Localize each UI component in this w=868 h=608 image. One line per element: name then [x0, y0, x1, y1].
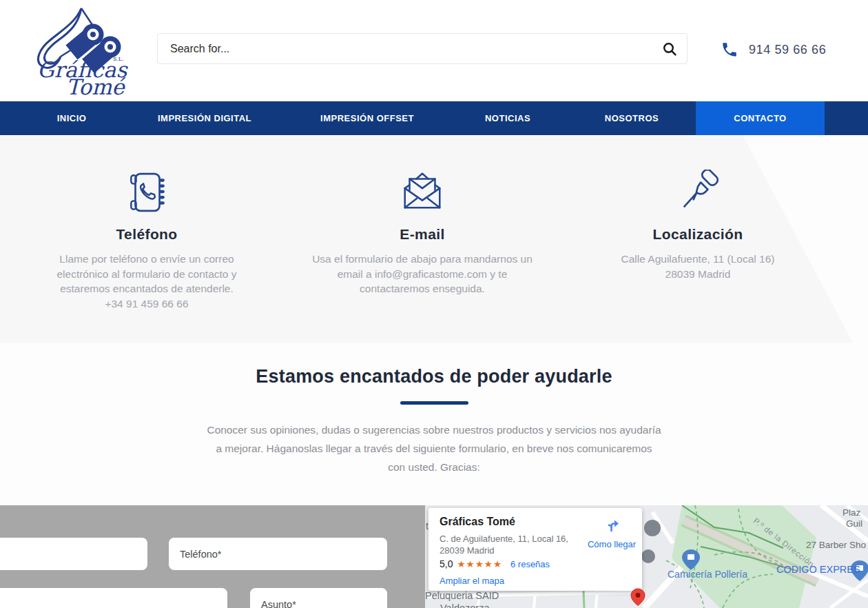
google-map[interactable]: ta Peluqueria SAID Valdezerza Carnicería…	[425, 505, 868, 608]
nav-item-noticias[interactable]: NOTICIAS	[459, 101, 556, 135]
form-map-section: ta Peluqueria SAID Valdezerza Carnicería…	[0, 505, 868, 608]
heading-divider	[400, 401, 468, 405]
nav-item-impresion-digital[interactable]: IMPRESIÓN DIGITAL	[143, 101, 267, 135]
header-phone[interactable]: 914 59 66 66	[721, 39, 826, 61]
rating-value: 5,0	[440, 558, 453, 569]
feature-email: E-mail Usa el formulario de abajo para m…	[285, 135, 560, 296]
contact-book-icon	[9, 170, 285, 215]
feature-telefono: Teléfono Llame por teléfono o envíe un c…	[9, 135, 285, 311]
logo-word-2: Tomé	[66, 74, 126, 97]
header: S.L. Gráficas Tomé 914 59 66 66	[0, 0, 868, 101]
nav-item-nosotros[interactable]: NOSOTROS	[583, 101, 680, 135]
feature-text-extra: 28039 Madrid	[665, 268, 731, 280]
search-button[interactable]	[652, 34, 687, 63]
search-bar	[157, 33, 688, 64]
map-marker-icon[interactable]	[630, 588, 645, 606]
nav-item-inicio[interactable]: INICIO	[23, 101, 120, 135]
contact-form	[0, 505, 425, 608]
expand-map-link[interactable]: Ampliar el mapa	[440, 576, 504, 586]
main-nav: INICIO IMPRESIÓN DIGITAL IMPRESIÓN OFFSE…	[0, 101, 868, 135]
feature-text-extra: +34 91 459 66 66	[105, 298, 188, 310]
feature-text: Calle Aguilafuente, 11 (Local 16) 28039 …	[560, 252, 836, 281]
phone-icon	[721, 41, 738, 59]
reviews-link[interactable]: 6 reseñas	[510, 559, 550, 569]
search-icon	[662, 41, 677, 57]
feature-localizacion: Localización Calle Aguilafuente, 11 (Loc…	[560, 135, 836, 281]
feature-text: Llame por teléfono o envíe un correo ele…	[9, 252, 285, 311]
feature-text: Usa el formulario de abajo para mandarno…	[285, 252, 560, 296]
map-label-carniceria: Carnicería Pollería	[668, 569, 747, 580]
map-info-card: Gráficas Tomé C. de Aguilafuente, 11, Lo…	[428, 508, 642, 591]
form-field-asunto[interactable]	[250, 588, 387, 608]
header-phone-number: 914 59 66 66	[749, 43, 826, 57]
map-label-barber: 27 Barber Sho	[806, 540, 866, 550]
directions-button[interactable]: Cómo llegar	[586, 517, 638, 549]
map-label-valdezerza: Valdezerza	[440, 602, 489, 608]
logo[interactable]: S.L. Gráficas Tomé	[26, 4, 133, 97]
map-label-plaza-2: Guil	[846, 518, 862, 529]
map-card-title: Gráficas Tomé	[440, 516, 515, 528]
form-field-telefono[interactable]	[169, 538, 387, 570]
address-line-1: C. de Aguilafuente, 11, Local 16,	[440, 534, 568, 544]
intro-section: Estamos encantados de poder ayudarle Con…	[0, 343, 868, 505]
page-title: Estamos encantados de poder ayudarle	[0, 366, 868, 387]
contact-info-section: Teléfono Llame por teléfono o envíe un c…	[0, 135, 868, 343]
map-label-peluqueria: Peluqueria SAID	[425, 590, 499, 601]
intro-paragraph: Conocer sus opiniones, dudas o sugerenci…	[207, 420, 661, 476]
feature-title: Localización	[560, 226, 836, 243]
address-line-2: 28039 Madrid	[440, 545, 495, 556]
form-field-name[interactable]	[0, 538, 147, 570]
nav-item-impresion-offset[interactable]: IMPRESIÓN OFFSET	[305, 101, 429, 135]
nav-item-contacto[interactable]: CONTACTO	[696, 101, 825, 135]
page: S.L. Gráficas Tomé 914 59 66 66 INICIO I…	[0, 0, 868, 608]
directions-label: Cómo llegar	[586, 539, 638, 549]
search-input[interactable]	[158, 34, 652, 63]
feature-text-main: Llame por teléfono o envíe un correo ele…	[56, 253, 236, 294]
map-label-plaza-1: Plaz	[843, 507, 860, 518]
open-envelope-icon	[285, 170, 560, 215]
rating-stars: ★★★★★	[457, 558, 502, 569]
map-card-address: C. de Aguilafuente, 11, Local 16, 28039 …	[440, 533, 568, 556]
feature-text-main: Usa el formulario de abajo para mandarno…	[312, 253, 533, 294]
feature-title: E-mail	[285, 226, 560, 243]
feature-title: Teléfono	[9, 226, 285, 243]
pushpin-icon	[560, 170, 836, 215]
feature-text-main: Calle Aguilafuente, 11 (Local 16)	[621, 253, 775, 265]
map-card-rating: 5,0 ★★★★★ 6 reseñas	[440, 558, 550, 569]
directions-icon	[603, 517, 620, 534]
form-field-email[interactable]	[0, 588, 227, 608]
